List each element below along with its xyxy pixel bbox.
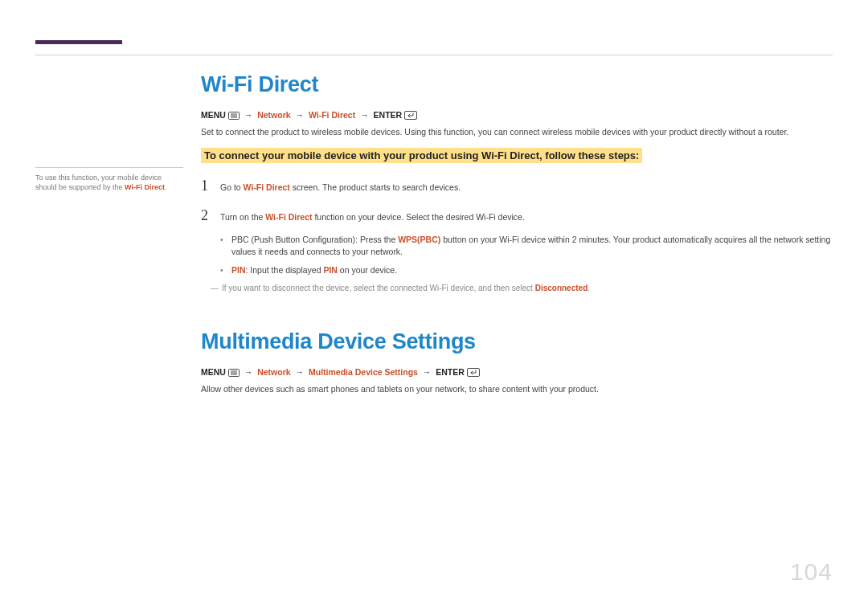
section1-highlight: To connect your mobile device with your … <box>201 148 642 163</box>
sidebar-note-key: Wi-Fi Direct <box>125 183 165 191</box>
bullet2-b: on your device. <box>338 265 397 275</box>
menu-icon <box>228 369 240 378</box>
bullet1-a: PBC (Push Button Configuration): Press t… <box>231 235 398 244</box>
header-rule <box>35 55 833 55</box>
footnote-a: If you want to disconnect the device, se… <box>222 284 535 292</box>
page: To use this function, your mobile device… <box>0 0 868 613</box>
path-menu-label: MENU <box>201 110 226 120</box>
sidebar: To use this function, your mobile device… <box>35 72 193 395</box>
path-seg-multimedia: Multimedia Device Settings <box>309 367 418 377</box>
bullet-item: • PIN: Input the displayed PIN on your d… <box>220 264 833 276</box>
section2-menu-path: MENU → Network → Multimedia Device Setti… <box>201 367 833 378</box>
footnote-b: . <box>588 284 590 292</box>
path-seg-wifidirect: Wi-Fi Direct <box>309 110 355 120</box>
section1-menu-path: MENU → Network → Wi-Fi Direct → ENTER <box>201 110 833 121</box>
section1-title: Wi-Fi Direct <box>201 72 833 97</box>
step-text: Turn on the Wi-Fi Direct function on you… <box>220 210 525 223</box>
step-number: 2 <box>201 207 220 224</box>
menu-icon <box>228 112 240 121</box>
path-seg-network: Network <box>257 367 290 377</box>
step-row: 2 Turn on the Wi-Fi Direct function on y… <box>201 207 833 224</box>
arrow-icon: → <box>293 110 307 120</box>
path-seg-network: Network <box>257 110 290 120</box>
step2-bullets: • PBC (Push Button Configuration): Press… <box>220 234 833 277</box>
sidebar-note-post: . <box>165 183 167 191</box>
step1-a: Go to <box>220 182 244 192</box>
step1-key: Wi-Fi Direct <box>244 182 290 192</box>
path-enter-label: ENTER <box>374 110 403 120</box>
bullet-text: PIN: Input the displayed PIN on your dev… <box>231 264 397 276</box>
step2-a: Turn on the <box>220 212 265 222</box>
section1-steps: 1 Go to Wi-Fi Direct screen. The product… <box>201 178 833 295</box>
arrow-icon: → <box>242 367 256 377</box>
step-row: 1 Go to Wi-Fi Direct screen. The product… <box>201 178 833 194</box>
path-menu-label: MENU <box>201 367 226 377</box>
enter-icon <box>404 111 417 121</box>
step-text: Go to Wi-Fi Direct screen. The product s… <box>220 180 461 194</box>
page-number: 104 <box>790 558 833 586</box>
section2-title: Multimedia Device Settings <box>201 329 833 354</box>
arrow-icon: → <box>420 367 434 377</box>
bullet2-key2: PIN <box>323 265 338 275</box>
arrow-icon: → <box>293 367 307 377</box>
step1-b: screen. The product starts to search dev… <box>290 182 461 192</box>
step2-b: function on your device. Select the desi… <box>312 212 524 222</box>
step-number: 1 <box>201 178 220 194</box>
path-enter-label: ENTER <box>436 367 465 377</box>
bullet2-key1: PIN <box>231 265 246 275</box>
bullet-item: • PBC (Push Button Configuration): Press… <box>220 234 833 258</box>
section2-body: Allow other devices such as smart phones… <box>201 383 833 395</box>
bullet2-a: : Input the displayed <box>246 265 324 275</box>
footnote-dash: ― <box>211 284 219 292</box>
header-accent-bar <box>35 40 122 44</box>
step2-key: Wi-Fi Direct <box>265 212 312 222</box>
svg-rect-4 <box>405 112 417 120</box>
bullet-dot: • <box>220 234 231 258</box>
arrow-icon: → <box>358 110 371 120</box>
enter-icon <box>467 368 480 378</box>
arrow-icon: → <box>242 110 256 120</box>
bullet-dot: • <box>220 264 231 276</box>
main-column: Wi-Fi Direct MENU → Network → Wi-Fi Dire… <box>193 72 833 395</box>
svg-rect-9 <box>467 369 479 377</box>
bullet1-key: WPS(PBC) <box>398 235 440 244</box>
section1-intro: Set to connect the product to wireless m… <box>201 126 833 138</box>
bullet-text: PBC (Push Button Configuration): Press t… <box>231 234 833 258</box>
content-row: To use this function, your mobile device… <box>35 40 833 395</box>
section1-footnote: ―If you want to disconnect the device, s… <box>211 283 833 294</box>
footnote-key: Disconnected <box>535 284 588 292</box>
sidebar-note: To use this function, your mobile device… <box>35 167 183 192</box>
